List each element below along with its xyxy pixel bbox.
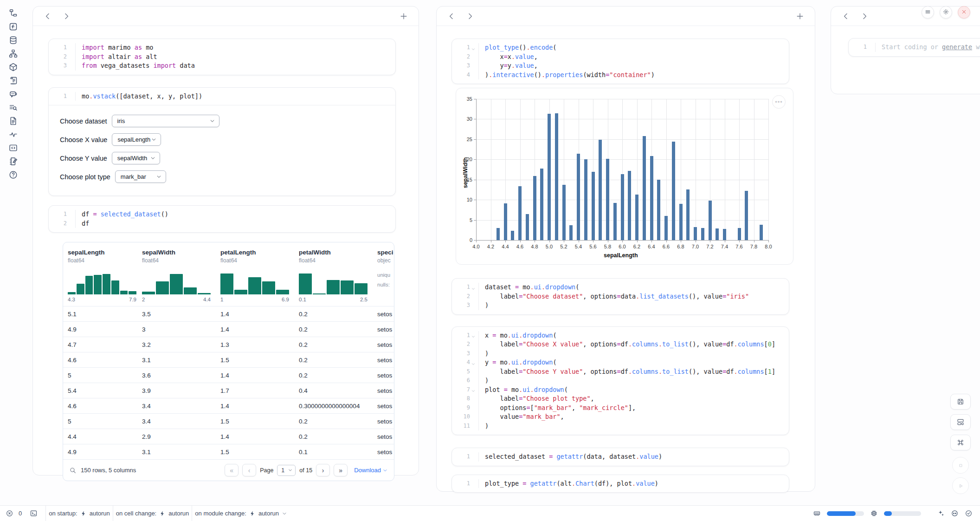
copilot-icon[interactable] bbox=[951, 509, 959, 517]
code-editor-df[interactable]: 1df = selected_dataset()2df bbox=[49, 206, 395, 232]
column-1-header bbox=[33, 7, 419, 26]
chart-plot-area[interactable]: 4.04.24.44.64.85.05.25.45.65.86.06.26.46… bbox=[456, 88, 793, 264]
last-page-button[interactable]: » bbox=[334, 464, 348, 476]
save-button[interactable] bbox=[950, 394, 971, 410]
column-header-speci[interactable]: speciobjecuniqunulls: bbox=[373, 249, 394, 306]
run-button[interactable] bbox=[952, 477, 969, 494]
histogram-bar bbox=[111, 280, 119, 294]
dropdown-dataset[interactable]: iris bbox=[112, 115, 219, 127]
bar bbox=[540, 169, 543, 240]
package-icon[interactable] bbox=[8, 62, 18, 72]
code-editor-empty[interactable]: 1Start coding or generate with bbox=[849, 39, 980, 56]
code-editor-xyplot[interactable]: 1x = mo.ui.dropdown(2 label="Choose X va… bbox=[452, 327, 789, 435]
document-icon[interactable] bbox=[8, 116, 18, 126]
code-editor-plottype[interactable]: 1plot_type = getattr(alt.Chart(df), plot… bbox=[452, 475, 789, 493]
table-cell: setos bbox=[373, 341, 394, 348]
code-editor-vstack[interactable]: 1mo.vstack([dataset, x, y, plot]) bbox=[49, 88, 395, 105]
code-editor-imports[interactable]: 1import marimo as mo2import altair as al… bbox=[49, 39, 395, 75]
code-editor-plot[interactable]: 1plot_type().encode(2 x=x.value,3 y=y.va… bbox=[452, 39, 789, 84]
stop-button[interactable] bbox=[952, 457, 969, 474]
dropdown-y-value[interactable]: sepalWidth bbox=[112, 152, 160, 164]
column-header-sepalWidth[interactable]: sepalWidthfloat6424.4 bbox=[137, 249, 216, 306]
column-2-add-cell-button[interactable] bbox=[794, 11, 806, 22]
code-text: mo.vstack([dataset, x, y, plot]) bbox=[76, 92, 202, 101]
column-1-add-cell-button[interactable] bbox=[398, 11, 409, 22]
command-palette-button[interactable] bbox=[950, 435, 971, 450]
column-histogram bbox=[220, 270, 289, 294]
code-text: ) bbox=[479, 349, 489, 358]
histogram-bar bbox=[170, 274, 183, 294]
column-1-move-left-button[interactable] bbox=[42, 11, 53, 22]
download-button[interactable]: Download bbox=[354, 467, 388, 474]
run-mode-module-change[interactable]: on module change:autorun bbox=[195, 510, 287, 517]
column-header-petalWidth[interactable]: petalWidthfloat640.12.5 bbox=[294, 249, 373, 306]
shutdown-button[interactable] bbox=[958, 6, 970, 19]
code-line: 1mo.vstack([dataset, x, y, plot]) bbox=[49, 92, 395, 101]
sitemap-icon[interactable] bbox=[8, 49, 18, 59]
run-mode-cell-change[interactable]: on cell change:autorun bbox=[116, 510, 189, 517]
dropdown-label: Choose X value bbox=[60, 136, 107, 143]
notebook-icon[interactable] bbox=[8, 156, 18, 166]
list-search-icon[interactable] bbox=[8, 103, 18, 112]
fold-chevron-icon[interactable] bbox=[471, 333, 476, 338]
next-page-button[interactable]: › bbox=[316, 464, 330, 476]
database-icon[interactable] bbox=[8, 35, 18, 45]
code-line: 1plot_type().encode( bbox=[452, 43, 789, 52]
settings-button[interactable] bbox=[940, 6, 952, 19]
help-icon[interactable] bbox=[8, 170, 18, 180]
table-cell: 1.4 bbox=[216, 403, 294, 410]
code-line: 3) bbox=[452, 349, 789, 358]
table-cell: 4.6 bbox=[63, 357, 137, 364]
errors-icon[interactable] bbox=[6, 509, 13, 517]
column-3-move-right-button[interactable] bbox=[859, 11, 870, 22]
layout-button[interactable] bbox=[950, 414, 971, 430]
column-header-petalLength[interactable]: petalLengthfloat6416.9 bbox=[216, 249, 294, 306]
function-icon[interactable] bbox=[8, 22, 18, 32]
chart-menu-button[interactable]: ••• bbox=[772, 95, 786, 109]
script-icon[interactable] bbox=[8, 76, 18, 85]
first-page-button[interactable]: « bbox=[225, 464, 239, 476]
chatbot-icon[interactable] bbox=[8, 89, 18, 99]
bar bbox=[504, 203, 507, 240]
bar bbox=[562, 185, 566, 240]
code-editor-dataset[interactable]: 1dataset = mo.ui.dropdown(2 label="Choos… bbox=[452, 279, 789, 314]
bar bbox=[694, 227, 697, 240]
fold-chevron-icon[interactable] bbox=[471, 387, 476, 392]
histogram-bar bbox=[220, 274, 233, 294]
column-type: float64 bbox=[220, 257, 294, 264]
page-select[interactable]: 1 bbox=[277, 465, 296, 476]
activity-icon[interactable] bbox=[8, 130, 18, 139]
table-cell: setos bbox=[373, 433, 394, 440]
connection-status-icon[interactable] bbox=[965, 509, 973, 517]
fold-chevron-icon[interactable] bbox=[471, 360, 476, 365]
code-text: import marimo as mo bbox=[76, 43, 153, 52]
ai-sparkles-icon[interactable] bbox=[937, 509, 945, 517]
histogram-range: 4.37.9 bbox=[68, 297, 136, 302]
terminal-icon[interactable] bbox=[30, 509, 38, 517]
dropdown-x-value[interactable]: sepalLength bbox=[112, 133, 161, 146]
code-editor-selected[interactable]: 1selected_dataset = getattr(data, datase… bbox=[452, 448, 789, 466]
column-2-move-right-button[interactable] bbox=[464, 11, 476, 22]
column-header-sepalLength[interactable]: sepalLengthfloat644.37.9 bbox=[63, 249, 137, 306]
menu-button[interactable] bbox=[922, 6, 934, 19]
histogram-bar bbox=[156, 281, 169, 294]
x-gridline bbox=[696, 99, 696, 240]
dropdown-plot-type[interactable]: mark_bar bbox=[115, 170, 166, 183]
column-2-move-left-button[interactable] bbox=[446, 11, 457, 22]
line-number: 1 bbox=[49, 43, 76, 52]
fold-chevron-icon[interactable] bbox=[471, 285, 476, 290]
line-number: 1 bbox=[452, 331, 479, 340]
file-tree-icon[interactable] bbox=[8, 8, 18, 18]
histogram-bar bbox=[276, 290, 289, 294]
x-gridline bbox=[739, 99, 740, 240]
bar bbox=[723, 229, 726, 240]
code-text: y=y.value, bbox=[479, 61, 538, 71]
search-icon[interactable] bbox=[69, 467, 77, 474]
run-mode-startup[interactable]: on startup:autorun bbox=[49, 510, 110, 517]
fold-chevron-icon[interactable] bbox=[471, 46, 476, 50]
dropdown-row: Choose plot typemark_bar bbox=[60, 170, 384, 183]
prev-page-button[interactable]: ‹ bbox=[242, 464, 256, 476]
column-3-move-left-button[interactable] bbox=[840, 11, 851, 22]
code-block-icon[interactable] bbox=[8, 143, 18, 153]
column-1-move-right-button[interactable] bbox=[61, 11, 72, 22]
